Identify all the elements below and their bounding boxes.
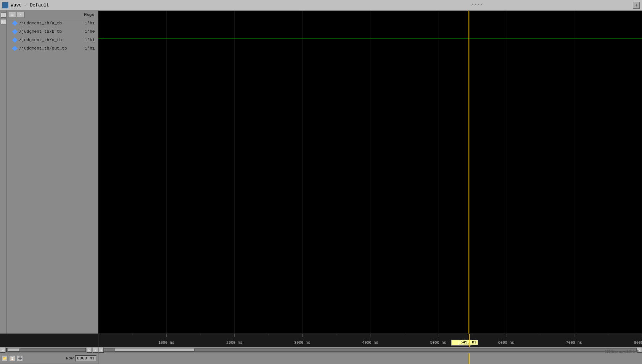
signal-row-out[interactable]: /judgment_tb/out_tb 1'h1 bbox=[7, 44, 98, 53]
signal-icon-b bbox=[12, 29, 18, 34]
signal-panel: ☰ ▼ Msgs /judgment_tb/a_tb 1'h1 /judgmen… bbox=[7, 11, 98, 334]
waveform-svg bbox=[98, 11, 642, 334]
scroll-track-left[interactable] bbox=[6, 348, 86, 352]
status-left: 📁 📋 ➕ Now 8000 ns 🔒 ✏️ Cursor 1 5453 ns bbox=[0, 353, 98, 364]
signal-name-a: /judgment_tb/a_tb bbox=[19, 21, 83, 26]
hscrollbar-left: ◀ ▶ ◀ bbox=[0, 347, 98, 353]
left-edge-panel: × ▶ bbox=[0, 11, 7, 334]
scroll-track-waveform[interactable] bbox=[104, 348, 637, 352]
signal-name-out: /judgment_tb/out_tb bbox=[19, 46, 83, 51]
tick-label-1000: 1000 ns bbox=[158, 341, 174, 345]
signal-name-c: /judgment_tb/c_tb bbox=[19, 38, 83, 42]
status-now-row: 📁 📋 ➕ Now 8000 ns bbox=[0, 353, 98, 364]
tick-label-6000: 6000 ns bbox=[498, 341, 514, 345]
wave-app-icon bbox=[2, 2, 8, 8]
cursor-ruler-line bbox=[469, 334, 470, 347]
scroll-right-btn[interactable]: ▶ bbox=[87, 347, 92, 353]
now-label: Now bbox=[24, 356, 74, 361]
signal-toolbar: ☰ ▼ Msgs bbox=[7, 11, 98, 19]
waveform-area[interactable] bbox=[98, 11, 642, 334]
folder-icon: 📁 bbox=[2, 355, 8, 361]
list-icon: 📋 bbox=[9, 355, 15, 361]
ruler-ticks: 1000 ns 2000 ns 3000 ns 4000 ns 5000 ns … bbox=[98, 334, 642, 347]
edge-expand-btn[interactable]: ▶ bbox=[1, 19, 6, 24]
tick-label-4000: 4000 ns bbox=[362, 341, 378, 345]
signal-list: /judgment_tb/a_tb 1'h1 /judgment_tb/b_tb… bbox=[7, 19, 98, 334]
signal-value-c: 1'h1 bbox=[83, 38, 97, 42]
status-right bbox=[98, 353, 642, 364]
tick-label-7000: 7000 ns bbox=[566, 341, 582, 345]
toolbar-btn-2[interactable]: ▼ bbox=[17, 12, 24, 18]
scroll-thumb-waveform[interactable] bbox=[115, 348, 195, 351]
hscrollbar: ◀ ▶ ◀ ◀ ▶ bbox=[0, 347, 642, 353]
signal-icon-a bbox=[12, 21, 18, 26]
edge-close-btn[interactable]: × bbox=[1, 12, 6, 18]
ruler-left-pad bbox=[0, 334, 98, 347]
scroll-left2-btn[interactable]: ◀ bbox=[93, 347, 98, 353]
ruler-svg: 1000 ns 2000 ns 3000 ns 4000 ns 5000 ns … bbox=[98, 334, 642, 347]
signal-value-out: 1'h1 bbox=[83, 46, 97, 51]
grid-lines bbox=[166, 11, 642, 334]
signal-row-b[interactable]: /judgment_tb/b_tb 1'h0 bbox=[7, 27, 98, 36]
signal-value-a: 1'h1 bbox=[83, 21, 97, 26]
main-area: × ▶ ☰ ▼ Msgs /judgment_tb/a_tb 1'h1 /jud… bbox=[0, 11, 642, 334]
scroll-left-btn[interactable]: ◀ bbox=[0, 347, 5, 353]
toolbar-btn-1[interactable]: ☰ bbox=[8, 12, 16, 18]
add-button[interactable]: + bbox=[633, 2, 640, 9]
drag-handle[interactable]: //// bbox=[322, 3, 633, 7]
cursor-status-line bbox=[469, 353, 470, 364]
tick-label-8000: 8000 ns bbox=[634, 341, 642, 345]
signal-icon-out bbox=[12, 46, 18, 51]
add-small-icon: ➕ bbox=[17, 355, 23, 361]
window-title: Wave - Default bbox=[11, 3, 322, 8]
waveform-canvas bbox=[98, 11, 642, 334]
watermark: CSDN@crazy线锋女侠 bbox=[605, 349, 639, 354]
time-ruler: 1000 ns 2000 ns 3000 ns 4000 ns 5000 ns … bbox=[0, 334, 642, 347]
signal-icon-c bbox=[12, 37, 18, 43]
status-bar: 📁 📋 ➕ Now 8000 ns 🔒 ✏️ Cursor 1 5453 ns bbox=[0, 353, 642, 364]
scroll-waveform-left-btn[interactable]: ◀ bbox=[98, 347, 104, 353]
msgs-label: Msgs bbox=[84, 13, 97, 17]
signal-row-c[interactable]: /judgment_tb/c_tb 1'h1 bbox=[7, 36, 98, 44]
scroll-thumb-left[interactable] bbox=[8, 348, 20, 351]
tick-label-3000: 3000 ns bbox=[294, 341, 310, 345]
signal-row-a[interactable]: /judgment_tb/a_tb 1'h1 bbox=[7, 19, 98, 27]
tick-label-2000: 2000 ns bbox=[226, 341, 242, 345]
title-bar: Wave - Default //// + bbox=[0, 0, 642, 11]
signal-name-b: /judgment_tb/b_tb bbox=[19, 29, 83, 34]
tick-label-5000: 5000 ns bbox=[430, 341, 446, 345]
hscrollbar-right: ◀ ▶ bbox=[98, 347, 642, 353]
now-value: 8000 ns bbox=[75, 355, 97, 361]
signal-value-b: 1'h0 bbox=[83, 29, 97, 34]
